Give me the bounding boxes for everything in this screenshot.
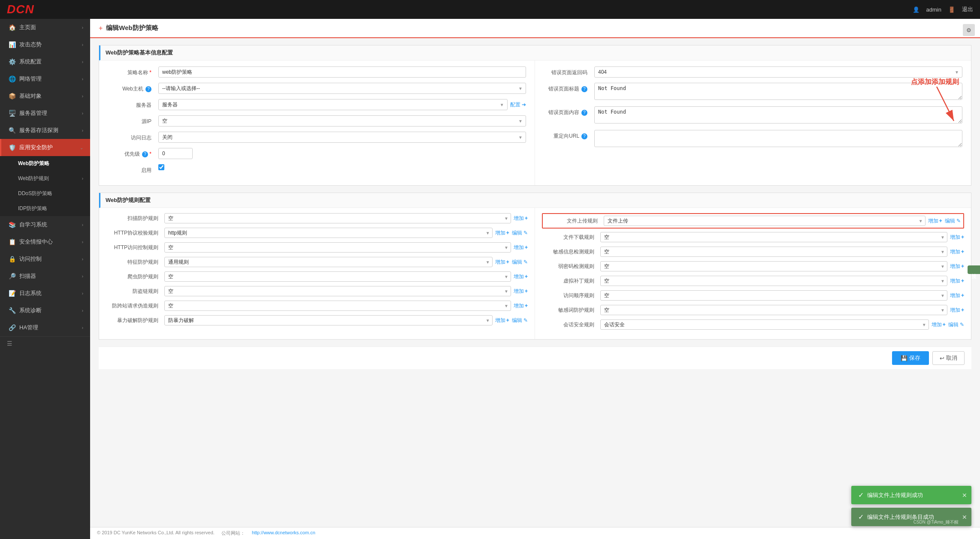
- weak-pwd-add-btn[interactable]: 增加 +: [950, 263, 964, 270]
- sidebar-item-ha[interactable]: 🔗 HA管理 ›: [0, 319, 90, 336]
- enable-control: [158, 164, 526, 172]
- sidebar-item-servercheck[interactable]: 🔍 服务器存活探测 ›: [0, 122, 90, 139]
- file-upload-rule-select[interactable]: 文件上传: [604, 216, 926, 226]
- access-order-rule-select[interactable]: 空: [600, 290, 947, 301]
- server-select[interactable]: 服务器: [158, 99, 508, 110]
- spider-rule-select-wrap: 空 ▼: [164, 271, 511, 282]
- access-order-rule-row: 访问顺序规则 空 ▼ 增加 +: [542, 290, 964, 301]
- sidebar-item-scanner[interactable]: 🔎 扫描器 ›: [0, 268, 90, 285]
- file-download-add-btn[interactable]: 增加 +: [950, 234, 964, 241]
- access-log-select[interactable]: 关闭: [158, 132, 526, 143]
- brute-rule-select[interactable]: 防暴力破解: [164, 315, 493, 325]
- hamburger-menu[interactable]: ☰: [0, 336, 90, 350]
- hotlink-rule-select[interactable]: 空: [164, 286, 511, 296]
- redirect-url-control: [594, 130, 962, 148]
- scan-rule-add-btn[interactable]: 增加 +: [514, 215, 528, 222]
- config-button[interactable]: 配置 ➔: [510, 101, 526, 108]
- scan-rule-select[interactable]: 空: [164, 213, 511, 223]
- redirect-url-textarea[interactable]: [594, 130, 962, 147]
- error-content-textarea[interactable]: Not Found: [594, 106, 962, 123]
- hotlink-add-btn[interactable]: 增加 +: [514, 288, 528, 295]
- sensitive-word-rule-label: 敏感词防护规则: [542, 307, 598, 314]
- error-code-select[interactable]: 404: [594, 66, 962, 78]
- file-upload-add-btn[interactable]: 增加 +: [928, 217, 942, 225]
- feature-edit-btn[interactable]: 编辑 ✎: [512, 259, 528, 266]
- feature-add-btn[interactable]: 增加 +: [495, 259, 509, 266]
- sidebar-item-servermgr[interactable]: 🖥️ 服务器管理 ›: [0, 105, 90, 122]
- sidebar-item-web-rules[interactable]: Web防护规则 ›: [0, 171, 90, 186]
- web-host-info-icon[interactable]: ?: [145, 86, 151, 92]
- error-title-textarea[interactable]: Not Found: [594, 83, 962, 100]
- http-validate-rule-select[interactable]: http规则: [164, 228, 493, 238]
- session-security-add-btn[interactable]: 增加 +: [932, 321, 946, 328]
- http-access-rule-select[interactable]: 空: [164, 242, 511, 253]
- brute-add-btn[interactable]: 增加 +: [495, 317, 509, 324]
- file-download-rule-select[interactable]: 空: [600, 232, 947, 242]
- sidebar-item-ddos-policy[interactable]: DDoS防护策略: [0, 186, 90, 201]
- sensitive-info-rule-select-wrap: 空 ▼: [600, 247, 947, 257]
- csrf-add-btn[interactable]: 增加 +: [514, 302, 528, 310]
- http-validate-edit-btn[interactable]: 编辑 ✎: [512, 229, 528, 237]
- logout-link[interactable]: 退出: [962, 6, 973, 13]
- session-security-rule-label: 会话安全规则: [542, 321, 598, 328]
- priority-input[interactable]: [158, 148, 193, 159]
- file-upload-edit-btn[interactable]: 编辑 ✎: [945, 217, 961, 225]
- csrf-rule-select[interactable]: 空: [164, 301, 511, 311]
- http-validate-add-btn[interactable]: 增加 +: [495, 229, 509, 237]
- access-order-add-btn[interactable]: 增加 +: [950, 292, 964, 299]
- basic-right: 错误页面返回码 404 ▼: [535, 60, 971, 185]
- website-link[interactable]: http://www.dcnetworks.com.cn: [252, 530, 315, 536]
- policy-name-row: 策略名称: [108, 66, 526, 78]
- virtual-patch-add-btn[interactable]: 增加 +: [950, 277, 964, 285]
- virtual-patch-rule-select[interactable]: 空: [600, 276, 947, 286]
- sidebar-item-access[interactable]: 🔒 访问控制 ›: [0, 250, 90, 268]
- appsec-icon: 🛡️: [8, 144, 16, 151]
- feature-rule-label: 特征防护规则: [106, 259, 162, 266]
- toast1-close-btn[interactable]: ✕: [962, 492, 967, 499]
- spider-rule-select[interactable]: 空: [164, 271, 511, 282]
- sidebar-item-attack[interactable]: 📊 攻击态势 ›: [0, 36, 90, 53]
- policy-name-input[interactable]: [158, 66, 526, 78]
- source-ip-select-wrap: 空 ▼: [158, 115, 526, 126]
- sidebar-item-sysconfig[interactable]: ⚙️ 系统配置 ›: [0, 53, 90, 70]
- sidebar-label-access: 访问控制: [19, 255, 79, 263]
- feature-rule-select[interactable]: 通用规则: [164, 257, 493, 267]
- weak-pwd-rule-select[interactable]: 空: [600, 261, 947, 271]
- feedback-tab[interactable]: 反馈: [968, 265, 980, 274]
- sidebar-item-home[interactable]: 🏠 主页面 ›: [0, 19, 90, 36]
- sidebar-label-home: 主页面: [19, 24, 79, 31]
- sidebar-item-selflearn[interactable]: 📚 自学习系统 ›: [0, 216, 90, 233]
- session-security-edit-btn[interactable]: 编辑 ✎: [948, 321, 964, 328]
- sidebar-item-secinfo[interactable]: 📋 安全情报中心 ›: [0, 233, 90, 250]
- sidebar-item-logsys[interactable]: 📝 日志系统 ›: [0, 285, 90, 302]
- sensitive-word-rule-select[interactable]: 空: [600, 305, 947, 315]
- session-security-rule-select[interactable]: 会话安全: [600, 319, 929, 330]
- sidebar-item-appsec[interactable]: 🛡️ 应用安全防护 ⌄: [0, 139, 90, 156]
- error-content-info-icon[interactable]: ?: [581, 110, 587, 116]
- save-button[interactable]: 💾 保存: [892, 351, 929, 365]
- sensitive-word-add-btn[interactable]: 增加 +: [950, 307, 964, 314]
- enable-checkbox[interactable]: [158, 164, 164, 170]
- redirect-url-info-icon[interactable]: ?: [581, 133, 587, 139]
- cancel-button[interactable]: ↩ 取消: [932, 351, 965, 365]
- priority-info-icon[interactable]: ?: [142, 151, 148, 157]
- http-validate-rule-label: HTTP协议校验规则: [106, 229, 162, 237]
- sensitive-info-add-btn[interactable]: 增加 +: [950, 248, 964, 256]
- error-title-info-icon[interactable]: ?: [581, 86, 587, 92]
- sidebar-item-sysdiag[interactable]: 🔧 系统诊断 ›: [0, 302, 90, 319]
- sidebar-item-baseobj[interactable]: 📦 基础对象 ›: [0, 87, 90, 105]
- sidebar-item-web-policy[interactable]: Web防护策略: [0, 156, 90, 171]
- web-host-select[interactable]: --请输入或选择--: [158, 83, 526, 94]
- spider-add-btn[interactable]: 增加 +: [514, 273, 528, 280]
- sensitive-info-rule-select[interactable]: 空: [600, 247, 947, 257]
- source-ip-select[interactable]: 空: [158, 115, 526, 126]
- error-code-control: 404 ▼: [594, 66, 962, 78]
- spider-rule-row: 爬虫防护规则 空 ▼ 增加 +: [106, 271, 528, 282]
- gear-button[interactable]: ⚙: [963, 24, 975, 36]
- sidebar-item-netmgr[interactable]: 🌐 网络管理 ›: [0, 70, 90, 87]
- rules-section-header: Web防护规则配置: [99, 193, 971, 208]
- sidebar-item-idp-policy[interactable]: IDP防护策略: [0, 201, 90, 216]
- toast2-close-btn[interactable]: ✕: [962, 514, 967, 521]
- http-access-add-btn[interactable]: 增加 +: [514, 244, 528, 251]
- brute-edit-btn[interactable]: 编辑 ✎: [512, 317, 528, 324]
